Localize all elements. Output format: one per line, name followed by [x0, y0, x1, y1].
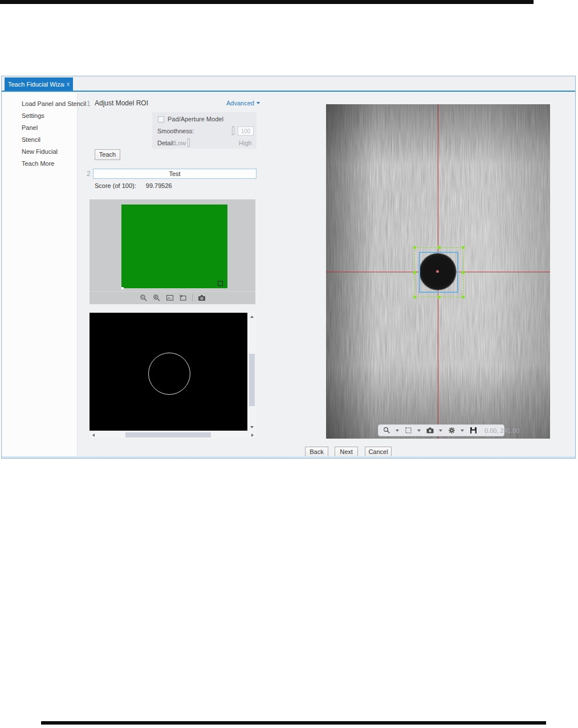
model-handle-bottom-right[interactable] [218, 281, 223, 286]
tab-bar: Teach Fiducial Wizard x [2, 76, 575, 92]
detail-slider-handle[interactable] [188, 138, 190, 147]
cancel-button[interactable]: Cancel [365, 447, 392, 457]
zoom-out-icon[interactable] [140, 294, 148, 302]
sidebar-item-load-panel-and-stencil[interactable]: Load Panel and Stencil [2, 98, 77, 110]
detail-low-label: Low [174, 140, 186, 146]
score-row: Score (of 100): 99.79526 [95, 182, 172, 189]
horizontal-scrollbar[interactable] [89, 431, 256, 439]
scroll-right-arrow[interactable] [249, 431, 256, 439]
roi-handle[interactable] [462, 246, 465, 249]
roi-handle[interactable] [438, 246, 441, 249]
scroll-up-arrow[interactable] [248, 313, 256, 320]
camera-icon[interactable] [426, 427, 434, 435]
tab-underline [2, 91, 575, 92]
back-button[interactable]: Back [305, 447, 328, 457]
sidebar-item-settings[interactable]: Settings [2, 110, 77, 122]
chevron-down-icon [257, 102, 260, 104]
sidebar-item-teach-more[interactable]: Teach More [2, 158, 77, 170]
fiducial-center-point [436, 270, 439, 273]
chevron-down-icon[interactable] [417, 430, 421, 432]
actual-size-icon[interactable] [179, 294, 187, 302]
next-button[interactable]: Next [335, 447, 358, 457]
vertical-scrollbar[interactable] [248, 313, 256, 431]
model-preview-toolbar [89, 291, 255, 304]
magnifier-icon[interactable] [383, 427, 390, 435]
sidebar-item-stencil[interactable]: Stencil [2, 134, 77, 146]
gear-icon[interactable] [448, 427, 455, 435]
chevron-down-icon[interactable] [396, 430, 399, 432]
camera-image-viewport[interactable]: 0.00, 241.00 [326, 104, 550, 439]
roi-handle[interactable] [413, 246, 416, 249]
tab-teach-fiducial-wizard[interactable]: Teach Fiducial Wizard x [5, 77, 73, 91]
roi-handle[interactable] [462, 271, 465, 274]
score-label: Score (of 100): [95, 182, 136, 189]
test-button[interactable]: Test [93, 169, 257, 179]
advanced-link[interactable]: Advanced [226, 100, 260, 107]
roi-handle[interactable] [413, 296, 416, 298]
sidebar-item-panel[interactable]: Panel [2, 122, 77, 134]
wizard-steps-sidebar: Load Panel and Stencil Settings Panel St… [2, 93, 78, 456]
model-preview-panel [89, 199, 255, 304]
roi-handle[interactable] [462, 296, 465, 298]
model-handle-bottom-left[interactable] [121, 287, 124, 289]
roi-handle[interactable] [438, 296, 441, 298]
teach-button[interactable]: Teach [95, 149, 120, 160]
tab-title: Teach Fiducial Wizard [8, 81, 64, 88]
camera-icon[interactable] [198, 294, 206, 302]
camera-image-toolbar: 0.00, 241.00 [378, 424, 504, 436]
vertical-scroll-thumb[interactable] [249, 354, 255, 406]
chevron-down-icon[interactable] [461, 430, 464, 432]
smoothness-label: Smoothness: [157, 128, 194, 134]
smoothness-slider-handle[interactable] [232, 126, 234, 135]
tab-close-icon[interactable]: x [67, 81, 70, 87]
cursor-coordinates: 0.00, 241.00 [485, 427, 519, 434]
scroll-down-arrow[interactable] [248, 423, 256, 431]
save-icon[interactable] [470, 427, 477, 435]
smoothness-value-input[interactable] [238, 126, 254, 136]
model-preview-image[interactable] [121, 205, 227, 288]
roi-rect-icon[interactable] [405, 427, 412, 435]
score-value: 99.79526 [146, 182, 172, 189]
detail-high-label: High [239, 140, 252, 146]
zoom-in-icon[interactable] [153, 294, 161, 302]
model-edge-circle [148, 353, 190, 395]
step1-number: 1 [87, 100, 91, 108]
top-border-bar [0, 0, 534, 4]
pad-aperture-checkbox[interactable] [158, 116, 164, 122]
advanced-label: Advanced [226, 100, 254, 107]
roi-handle[interactable] [413, 271, 416, 274]
chevron-down-icon[interactable] [439, 430, 442, 432]
fit-image-icon[interactable] [166, 294, 174, 302]
horizontal-scroll-thumb[interactable] [125, 432, 211, 437]
pad-aperture-label: Pad/Aperture Model [168, 116, 223, 122]
edge-model-image[interactable] [89, 313, 247, 431]
sidebar-item-new-fiducial[interactable]: New Fiducial [2, 146, 77, 158]
teach-fiducial-wizard-window: Teach Fiducial Wizard x Load Panel and S… [1, 76, 576, 459]
detail-label: Detail: [157, 140, 175, 146]
toolbar-separator [192, 294, 193, 301]
bottom-border-bar [41, 721, 546, 725]
scroll-left-arrow[interactable] [89, 431, 97, 439]
edge-model-panel [89, 313, 256, 439]
wizard-content: Load Panel and Stencil Settings Panel St… [2, 93, 575, 456]
step2-number: 2 [87, 170, 91, 178]
step1-title: Adjust Model ROI [95, 99, 148, 107]
advanced-options-panel: Pad/Aperture Model Smoothness: Detail: L… [152, 112, 257, 149]
